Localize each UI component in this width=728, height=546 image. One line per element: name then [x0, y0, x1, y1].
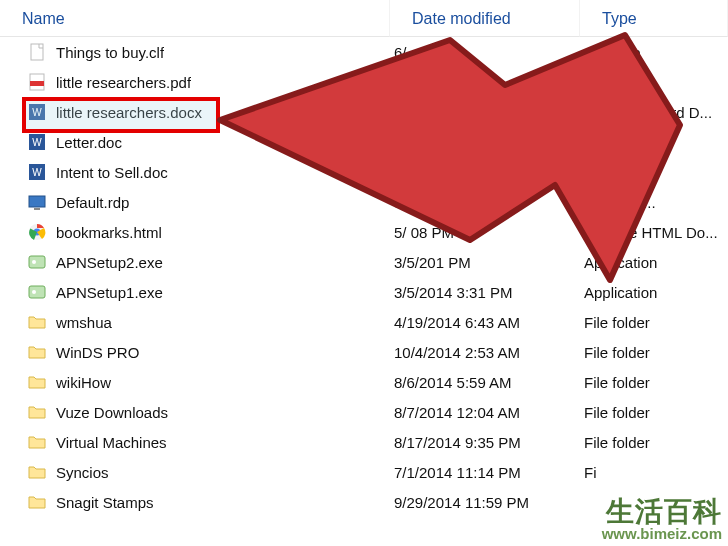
- file-icon: [28, 43, 46, 61]
- file-name-cell[interactable]: bookmarks.html: [0, 217, 390, 247]
- file-name-text: Virtual Machines: [56, 434, 167, 451]
- svg-text:W: W: [32, 137, 42, 148]
- watermark-text-url: www.bimeiz.com: [602, 526, 722, 542]
- file-date-cell: [390, 97, 580, 127]
- file-name-cell[interactable]: APNSetup1.exe: [0, 277, 390, 307]
- file-name-text: little researchers.docx: [56, 104, 202, 121]
- file-name-cell[interactable]: Vuze Downloads: [0, 397, 390, 427]
- file-name-text: bookmarks.html: [56, 224, 162, 241]
- folder-icon: [28, 373, 46, 391]
- rdp-icon: [28, 193, 46, 211]
- word-icon: W: [28, 163, 46, 181]
- file-type-cell: Desktop ...: [580, 187, 728, 217]
- svg-rect-13: [29, 256, 45, 268]
- word-icon: W: [28, 133, 46, 151]
- file-type-cell: File folder: [580, 337, 728, 367]
- file-name-cell[interactable]: wikiHow: [0, 367, 390, 397]
- file-date-cell: 6/: [390, 37, 580, 67]
- file-type-cell: Application: [580, 277, 728, 307]
- file-name-text: APNSetup2.exe: [56, 254, 163, 271]
- file-type-cell: CLF File: [580, 37, 728, 67]
- file-date-cell: 7/1/2014 11:14 PM: [390, 457, 580, 487]
- word-icon: W: [28, 103, 46, 121]
- file-name-text: wmshua: [56, 314, 112, 331]
- file-name-cell[interactable]: APNSetup2.exe: [0, 247, 390, 277]
- file-name-cell[interactable]: WLetter.doc: [0, 127, 390, 157]
- svg-rect-2: [30, 81, 44, 86]
- file-name-cell[interactable]: Syncios: [0, 457, 390, 487]
- file-type-cell: File folder: [580, 367, 728, 397]
- file-date-cell: 22 AM: [390, 67, 580, 97]
- file-name-text: wikiHow: [56, 374, 111, 391]
- file-date-cell: [390, 157, 580, 187]
- folder-icon: [28, 403, 46, 421]
- file-type-cell: Chrome HTML Do...: [580, 217, 728, 247]
- file-name-cell[interactable]: Snagit Stamps: [0, 487, 390, 517]
- file-name-text: Things to buy.clf: [56, 44, 164, 61]
- exe-icon: [28, 283, 46, 301]
- file-name-text: Intent to Sell.doc: [56, 164, 168, 181]
- svg-text:W: W: [32, 167, 42, 178]
- file-date-cell: 8/7/2014 12:04 AM: [390, 397, 580, 427]
- svg-rect-9: [29, 196, 45, 207]
- file-name-text: Syncios: [56, 464, 109, 481]
- watermark-text-cn: 生活百科: [602, 497, 722, 526]
- file-list-table: Name Date modified Type Things to buy.cl…: [0, 0, 728, 517]
- file-name-text: Default.rdp: [56, 194, 129, 211]
- column-header-type[interactable]: Type: [580, 0, 728, 37]
- file-name-text: WinDS PRO: [56, 344, 139, 361]
- folder-icon: [28, 463, 46, 481]
- folder-icon: [28, 343, 46, 361]
- file-date-cell: 4/19/2014 6:43 AM: [390, 307, 580, 337]
- folder-icon: [28, 433, 46, 451]
- file-name-cell[interactable]: Wlittle researchers.docx: [0, 97, 390, 127]
- file-date-cell: 9/29/2014 11:59 PM: [390, 487, 580, 517]
- chrome-icon: [28, 223, 46, 241]
- file-type-cell: Fi: [580, 457, 728, 487]
- column-header-date[interactable]: Date modified: [390, 0, 580, 37]
- file-name-cell[interactable]: little researchers.pdf: [0, 67, 390, 97]
- file-type-cell: r Word 9...: [580, 157, 728, 187]
- file-date-cell: 3/5/201 PM: [390, 247, 580, 277]
- file-name-text: APNSetup1.exe: [56, 284, 163, 301]
- file-type-cell: File folder: [580, 397, 728, 427]
- file-name-cell[interactable]: WinDS PRO: [0, 337, 390, 367]
- file-name-cell[interactable]: Virtual Machines: [0, 427, 390, 457]
- file-date-cell: 5/ 08 PM: [390, 217, 580, 247]
- file-type-cell: File folder: [580, 307, 728, 337]
- file-date-cell: 8/17/2014 9:35 PM: [390, 427, 580, 457]
- file-name-cell[interactable]: Default.rdp: [0, 187, 390, 217]
- file-name-cell[interactable]: Things to buy.clf: [0, 37, 390, 67]
- svg-text:W: W: [32, 107, 42, 118]
- file-name-text: Vuze Downloads: [56, 404, 168, 421]
- file-date-cell: 53 AM: [390, 187, 580, 217]
- folder-icon: [28, 493, 46, 511]
- svg-rect-15: [29, 286, 45, 298]
- svg-rect-0: [31, 44, 43, 60]
- file-type-cell: File folder: [580, 427, 728, 457]
- file-name-text: little researchers.pdf: [56, 74, 191, 91]
- file-type-cell: PDF File: [580, 67, 728, 97]
- file-date-cell: 3/5/2014 3:31 PM: [390, 277, 580, 307]
- svg-point-16: [32, 290, 36, 294]
- exe-icon: [28, 253, 46, 271]
- svg-rect-10: [34, 208, 40, 210]
- file-name-cell[interactable]: wmshua: [0, 307, 390, 337]
- file-date-cell: [390, 127, 580, 157]
- watermark: 生活百科 www.bimeiz.com: [602, 497, 722, 542]
- file-name-text: Letter.doc: [56, 134, 122, 151]
- file-type-cell: ft Word 9...: [580, 127, 728, 157]
- file-type-cell: Application: [580, 247, 728, 277]
- svg-point-14: [32, 260, 36, 264]
- file-type-cell: Microsoft Word D...: [580, 97, 728, 127]
- folder-icon: [28, 313, 46, 331]
- file-date-cell: 8/6/2014 5:59 AM: [390, 367, 580, 397]
- file-date-cell: 10/4/2014 2:53 AM: [390, 337, 580, 367]
- file-name-cell[interactable]: WIntent to Sell.doc: [0, 157, 390, 187]
- file-name-text: Snagit Stamps: [56, 494, 154, 511]
- column-header-name[interactable]: Name: [0, 0, 390, 37]
- pdf-icon: [28, 73, 46, 91]
